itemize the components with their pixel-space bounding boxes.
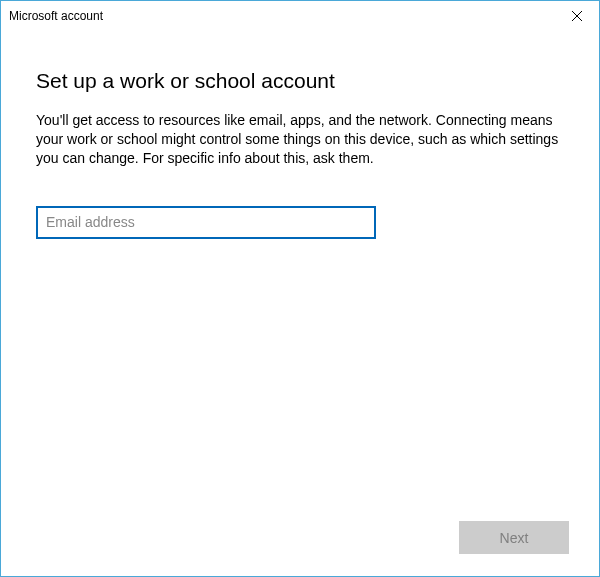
email-field[interactable] — [36, 206, 376, 239]
content-area: Set up a work or school account You'll g… — [1, 31, 599, 239]
close-button[interactable] — [554, 1, 599, 31]
next-button[interactable]: Next — [459, 521, 569, 554]
window-title: Microsoft account — [9, 9, 103, 23]
close-icon — [572, 7, 582, 25]
titlebar: Microsoft account — [1, 1, 599, 31]
page-heading: Set up a work or school account — [36, 69, 564, 93]
page-description: You'll get access to resources like emai… — [36, 111, 564, 168]
